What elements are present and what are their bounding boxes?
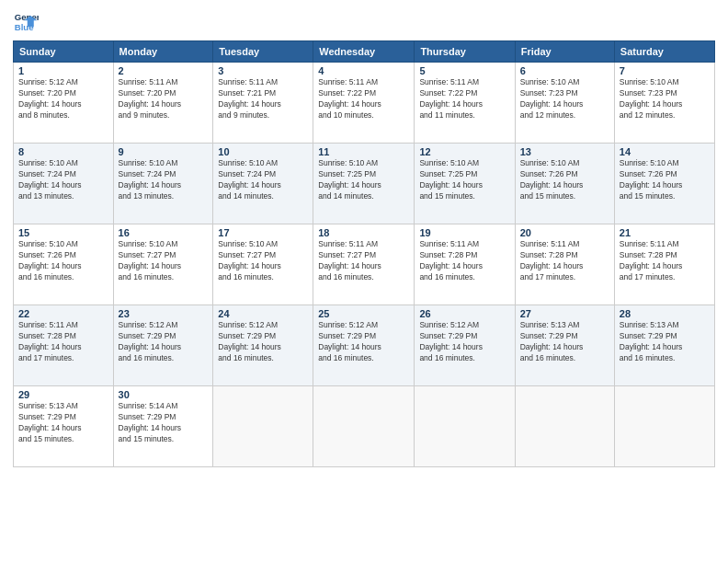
calendar-cell: 25 Sunrise: 5:12 AM Sunset: 7:29 PM Dayl… [313, 305, 415, 386]
calendar-cell: 20 Sunrise: 5:11 AM Sunset: 7:28 PM Dayl… [515, 224, 614, 305]
col-tuesday: Tuesday [213, 41, 313, 63]
col-saturday: Saturday [614, 41, 714, 63]
logo: General Blue [13, 9, 39, 35]
day-number: 28 [620, 308, 710, 319]
day-info: Sunrise: 5:10 AM Sunset: 7:25 PM Dayligh… [318, 158, 409, 202]
day-info: Sunrise: 5:12 AM Sunset: 7:20 PM Dayligh… [18, 77, 108, 121]
day-number: 17 [218, 227, 308, 238]
day-info: Sunrise: 5:12 AM Sunset: 7:29 PM Dayligh… [318, 320, 409, 364]
calendar-cell: 9 Sunrise: 5:10 AM Sunset: 7:24 PM Dayli… [113, 144, 213, 224]
day-info: Sunrise: 5:11 AM Sunset: 7:28 PM Dayligh… [18, 320, 108, 364]
day-info: Sunrise: 5:13 AM Sunset: 7:29 PM Dayligh… [620, 320, 710, 364]
day-info: Sunrise: 5:11 AM Sunset: 7:20 PM Dayligh… [119, 77, 209, 121]
calendar-cell: 23 Sunrise: 5:12 AM Sunset: 7:29 PM Dayl… [113, 305, 213, 386]
calendar-cell: 17 Sunrise: 5:10 AM Sunset: 7:27 PM Dayl… [213, 224, 313, 305]
calendar-cell: 22 Sunrise: 5:11 AM Sunset: 7:28 PM Dayl… [14, 305, 114, 386]
col-sunday: Sunday [14, 41, 114, 63]
calendar-cell: 18 Sunrise: 5:11 AM Sunset: 7:27 PM Dayl… [313, 224, 415, 305]
calendar-cell [614, 386, 714, 467]
day-number: 1 [18, 65, 108, 76]
day-info: Sunrise: 5:14 AM Sunset: 7:29 PM Dayligh… [119, 401, 209, 445]
day-number: 27 [520, 308, 609, 319]
day-number: 11 [318, 146, 409, 157]
calendar-cell: 27 Sunrise: 5:13 AM Sunset: 7:29 PM Dayl… [515, 305, 614, 386]
calendar-week-5: 29 Sunrise: 5:13 AM Sunset: 7:29 PM Dayl… [14, 386, 715, 467]
day-number: 4 [318, 65, 409, 76]
calendar-cell: 3 Sunrise: 5:11 AM Sunset: 7:21 PM Dayli… [213, 63, 313, 144]
day-number: 29 [18, 389, 108, 400]
day-number: 5 [419, 65, 509, 76]
day-info: Sunrise: 5:10 AM Sunset: 7:27 PM Dayligh… [218, 239, 308, 283]
day-info: Sunrise: 5:11 AM Sunset: 7:28 PM Dayligh… [620, 239, 710, 283]
calendar-week-3: 15 Sunrise: 5:10 AM Sunset: 7:26 PM Dayl… [14, 224, 715, 305]
day-info: Sunrise: 5:10 AM Sunset: 7:26 PM Dayligh… [18, 239, 108, 283]
calendar-cell: 11 Sunrise: 5:10 AM Sunset: 7:25 PM Dayl… [313, 144, 415, 224]
day-info: Sunrise: 5:10 AM Sunset: 7:24 PM Dayligh… [119, 158, 209, 202]
calendar-cell: 2 Sunrise: 5:11 AM Sunset: 7:20 PM Dayli… [113, 63, 213, 144]
col-wednesday: Wednesday [313, 41, 415, 63]
calendar-cell: 30 Sunrise: 5:14 AM Sunset: 7:29 PM Dayl… [113, 386, 213, 467]
day-number: 24 [218, 308, 308, 319]
day-number: 20 [520, 227, 609, 238]
day-number: 12 [419, 146, 509, 157]
col-friday: Friday [515, 41, 614, 63]
day-number: 8 [18, 146, 108, 157]
day-info: Sunrise: 5:10 AM Sunset: 7:26 PM Dayligh… [620, 158, 710, 202]
calendar-cell: 5 Sunrise: 5:11 AM Sunset: 7:22 PM Dayli… [415, 63, 515, 144]
calendar-cell [415, 386, 515, 467]
calendar-cell: 15 Sunrise: 5:10 AM Sunset: 7:26 PM Dayl… [14, 224, 114, 305]
day-info: Sunrise: 5:10 AM Sunset: 7:23 PM Dayligh… [520, 77, 609, 121]
day-info: Sunrise: 5:10 AM Sunset: 7:23 PM Dayligh… [620, 77, 710, 121]
day-info: Sunrise: 5:10 AM Sunset: 7:24 PM Dayligh… [218, 158, 308, 202]
day-info: Sunrise: 5:11 AM Sunset: 7:21 PM Dayligh… [218, 77, 308, 121]
calendar-week-2: 8 Sunrise: 5:10 AM Sunset: 7:24 PM Dayli… [14, 144, 715, 224]
calendar-cell: 29 Sunrise: 5:13 AM Sunset: 7:29 PM Dayl… [14, 386, 114, 467]
day-info: Sunrise: 5:11 AM Sunset: 7:28 PM Dayligh… [419, 239, 509, 283]
col-thursday: Thursday [415, 41, 515, 63]
day-info: Sunrise: 5:10 AM Sunset: 7:26 PM Dayligh… [520, 158, 609, 202]
calendar-cell: 8 Sunrise: 5:10 AM Sunset: 7:24 PM Dayli… [14, 144, 114, 224]
calendar-cell: 1 Sunrise: 5:12 AM Sunset: 7:20 PM Dayli… [14, 63, 114, 144]
day-number: 13 [520, 146, 609, 157]
day-number: 7 [620, 65, 710, 76]
day-number: 16 [119, 227, 209, 238]
calendar-table: Sunday Monday Tuesday Wednesday Thursday… [13, 40, 715, 467]
day-number: 18 [318, 227, 409, 238]
day-number: 23 [119, 308, 209, 319]
day-number: 15 [18, 227, 108, 238]
day-info: Sunrise: 5:12 AM Sunset: 7:29 PM Dayligh… [419, 320, 509, 364]
calendar-cell: 7 Sunrise: 5:10 AM Sunset: 7:23 PM Dayli… [614, 63, 714, 144]
day-number: 10 [218, 146, 308, 157]
calendar-cell: 6 Sunrise: 5:10 AM Sunset: 7:23 PM Dayli… [515, 63, 614, 144]
calendar-week-4: 22 Sunrise: 5:11 AM Sunset: 7:28 PM Dayl… [14, 305, 715, 386]
logo-icon: General Blue [13, 9, 39, 35]
day-number: 25 [318, 308, 409, 319]
day-number: 14 [620, 146, 710, 157]
day-info: Sunrise: 5:12 AM Sunset: 7:29 PM Dayligh… [119, 320, 209, 364]
day-info: Sunrise: 5:10 AM Sunset: 7:25 PM Dayligh… [419, 158, 509, 202]
day-info: Sunrise: 5:10 AM Sunset: 7:27 PM Dayligh… [119, 239, 209, 283]
day-info: Sunrise: 5:11 AM Sunset: 7:28 PM Dayligh… [520, 239, 609, 283]
day-info: Sunrise: 5:11 AM Sunset: 7:22 PM Dayligh… [419, 77, 509, 121]
calendar-cell: 13 Sunrise: 5:10 AM Sunset: 7:26 PM Dayl… [515, 144, 614, 224]
day-number: 19 [419, 227, 509, 238]
calendar-cell [213, 386, 313, 467]
calendar-cell: 21 Sunrise: 5:11 AM Sunset: 7:28 PM Dayl… [614, 224, 714, 305]
calendar-cell: 10 Sunrise: 5:10 AM Sunset: 7:24 PM Dayl… [213, 144, 313, 224]
calendar-cell: 12 Sunrise: 5:10 AM Sunset: 7:25 PM Dayl… [415, 144, 515, 224]
calendar-cell: 24 Sunrise: 5:12 AM Sunset: 7:29 PM Dayl… [213, 305, 313, 386]
calendar-cell: 16 Sunrise: 5:10 AM Sunset: 7:27 PM Dayl… [113, 224, 213, 305]
calendar-cell [515, 386, 614, 467]
day-number: 21 [620, 227, 710, 238]
day-number: 9 [119, 146, 209, 157]
day-number: 6 [520, 65, 609, 76]
day-info: Sunrise: 5:11 AM Sunset: 7:27 PM Dayligh… [318, 239, 409, 283]
calendar-cell: 28 Sunrise: 5:13 AM Sunset: 7:29 PM Dayl… [614, 305, 714, 386]
day-info: Sunrise: 5:10 AM Sunset: 7:24 PM Dayligh… [18, 158, 108, 202]
calendar-cell: 4 Sunrise: 5:11 AM Sunset: 7:22 PM Dayli… [313, 63, 415, 144]
calendar-week-1: 1 Sunrise: 5:12 AM Sunset: 7:20 PM Dayli… [14, 63, 715, 144]
calendar-cell [313, 386, 415, 467]
calendar-cell: 26 Sunrise: 5:12 AM Sunset: 7:29 PM Dayl… [415, 305, 515, 386]
calendar-header-row: Sunday Monday Tuesday Wednesday Thursday… [14, 41, 715, 63]
day-number: 2 [119, 65, 209, 76]
